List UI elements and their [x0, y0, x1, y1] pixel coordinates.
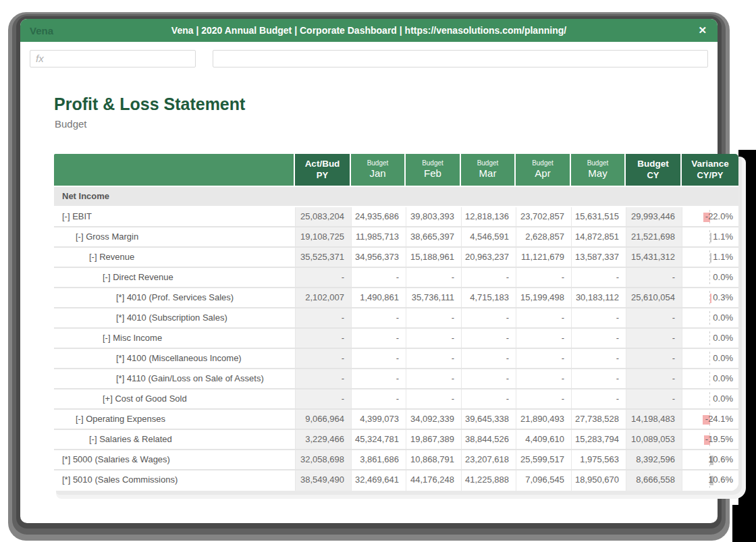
value-cell[interactable]: -	[351, 329, 406, 348]
variance-cell[interactable]: 1.1%	[682, 227, 738, 246]
value-cell[interactable]: 38,844,526	[461, 430, 516, 449]
value-cell[interactable]: -	[626, 308, 682, 327]
value-cell[interactable]: -	[351, 389, 406, 408]
variance-cell[interactable]: -19.5%	[682, 430, 738, 449]
value-cell[interactable]: 25,083,204	[295, 207, 351, 226]
value-cell[interactable]: -	[626, 389, 682, 408]
variance-cell[interactable]: 10.6%	[682, 470, 738, 491]
value-cell[interactable]: 15,199,498	[516, 288, 571, 307]
value-cell[interactable]: 23,207,618	[461, 450, 516, 469]
value-cell[interactable]: -	[406, 308, 461, 327]
value-cell[interactable]: -	[461, 389, 516, 408]
value-cell[interactable]: -	[461, 268, 516, 287]
row-label[interactable]: [*] 4010 (Subscription Sales)	[54, 308, 295, 327]
value-cell[interactable]: 35,736,111	[406, 288, 461, 307]
value-cell[interactable]: -	[571, 369, 626, 388]
value-cell[interactable]: -	[516, 268, 571, 287]
value-cell[interactable]: 4,399,073	[351, 410, 406, 429]
variance-cell[interactable]: 0.0%	[682, 329, 738, 348]
value-cell[interactable]: 4,715,183	[461, 288, 516, 307]
value-cell[interactable]: -	[351, 268, 406, 287]
value-cell[interactable]: 13,587,337	[571, 248, 626, 267]
value-cell[interactable]: -	[295, 308, 351, 327]
value-cell[interactable]: -	[461, 369, 516, 388]
value-cell[interactable]: 8,666,558	[626, 470, 682, 491]
row-label[interactable]: [-] Gross Margin	[54, 227, 295, 246]
value-cell[interactable]: 4,546,591	[461, 227, 516, 246]
row-label[interactable]: [*] 4100 (Miscellaneous Income)	[54, 349, 295, 368]
value-cell[interactable]: 11,121,679	[516, 248, 571, 267]
value-cell[interactable]: 1,975,563	[571, 450, 626, 469]
value-cell[interactable]: -	[406, 369, 461, 388]
value-cell[interactable]: -	[295, 349, 351, 368]
value-cell[interactable]: 4,409,610	[516, 430, 571, 449]
value-cell[interactable]: -	[571, 389, 626, 408]
value-cell[interactable]: 23,702,857	[516, 207, 571, 226]
value-cell[interactable]: 15,431,312	[626, 248, 682, 267]
value-cell[interactable]: 3,229,466	[295, 430, 351, 449]
value-cell[interactable]: -	[295, 389, 351, 408]
value-cell[interactable]: -	[516, 329, 571, 348]
value-cell[interactable]: 27,738,528	[571, 410, 626, 429]
value-cell[interactable]: 14,872,851	[571, 227, 626, 246]
value-cell[interactable]: 19,867,389	[406, 430, 461, 449]
value-cell[interactable]: -	[516, 349, 571, 368]
variance-cell[interactable]: 0.0%	[682, 308, 738, 327]
variance-cell[interactable]: 0.0%	[682, 268, 738, 287]
value-cell[interactable]: 15,631,515	[571, 207, 626, 226]
value-cell[interactable]: 1,490,861	[351, 288, 406, 307]
variance-cell[interactable]: 0.0%	[682, 389, 738, 408]
value-cell[interactable]: 32,469,641	[351, 470, 406, 491]
value-cell[interactable]: 9,066,964	[295, 410, 351, 429]
value-cell[interactable]: -	[516, 308, 571, 327]
variance-cell[interactable]: 0.0%	[682, 349, 738, 368]
column-header-cy[interactable]: BudgetCY	[626, 154, 682, 186]
value-cell[interactable]: 2,102,007	[295, 288, 351, 307]
value-cell[interactable]: 15,188,961	[406, 248, 461, 267]
value-cell[interactable]: -	[295, 268, 351, 287]
value-cell[interactable]: 38,549,490	[295, 470, 351, 491]
value-cell[interactable]: 11,985,713	[351, 227, 406, 246]
value-cell[interactable]: -	[406, 329, 461, 348]
value-cell[interactable]: 35,525,371	[295, 248, 351, 267]
value-cell[interactable]: 8,392,596	[626, 450, 682, 469]
value-cell[interactable]: 38,665,397	[406, 227, 461, 246]
section-row-net-income[interactable]: Net Income	[54, 187, 738, 207]
variance-cell[interactable]: -24.1%	[682, 410, 738, 429]
row-label[interactable]: [+] Cost of Good Sold	[54, 389, 295, 408]
value-cell[interactable]: -	[295, 369, 351, 388]
column-header-variance[interactable]: VarianceCY/PY	[682, 154, 738, 186]
value-cell[interactable]: 34,956,373	[351, 248, 406, 267]
value-cell[interactable]: 20,963,237	[461, 248, 516, 267]
value-cell[interactable]: 25,599,517	[516, 450, 571, 469]
variance-cell[interactable]: 0.0%	[682, 369, 738, 388]
column-header-may[interactable]: BudgetMay	[571, 154, 626, 186]
value-cell[interactable]: 14,198,483	[626, 410, 682, 429]
reference-input[interactable]	[213, 50, 708, 67]
value-cell[interactable]: 39,803,393	[406, 207, 461, 226]
row-label[interactable]: [*] 5010 (Sales Commissions)	[54, 470, 295, 491]
value-cell[interactable]: -	[461, 349, 516, 368]
value-cell[interactable]: 21,890,493	[516, 410, 571, 429]
close-icon[interactable]: ✕	[698, 24, 707, 36]
column-header-py[interactable]: Act/BudPY	[295, 154, 351, 186]
value-cell[interactable]: 12,818,136	[461, 207, 516, 226]
formula-input[interactable]	[30, 50, 196, 67]
column-header-jan[interactable]: BudgetJan	[351, 154, 406, 186]
row-label[interactable]: [*] 4010 (Prof. Services Sales)	[54, 288, 295, 307]
value-cell[interactable]: 3,861,686	[351, 450, 406, 469]
value-cell[interactable]: -	[626, 349, 682, 368]
variance-cell[interactable]: 0.3%	[682, 288, 738, 307]
value-cell[interactable]: 19,108,725	[295, 227, 351, 246]
value-cell[interactable]: 24,935,686	[351, 207, 406, 226]
value-cell[interactable]: 44,176,248	[406, 470, 461, 491]
value-cell[interactable]: 30,183,112	[571, 288, 626, 307]
value-cell[interactable]: 21,521,698	[626, 227, 682, 246]
value-cell[interactable]: 41,225,888	[461, 470, 516, 491]
value-cell[interactable]: 10,089,053	[626, 430, 682, 449]
value-cell[interactable]: 10,868,791	[406, 450, 461, 469]
value-cell[interactable]: -	[626, 369, 682, 388]
row-label[interactable]: [-] Operating Expenses	[54, 410, 295, 429]
row-label[interactable]: [*] 5000 (Salaries & Wages)	[54, 450, 295, 469]
value-cell[interactable]: -	[351, 349, 406, 368]
